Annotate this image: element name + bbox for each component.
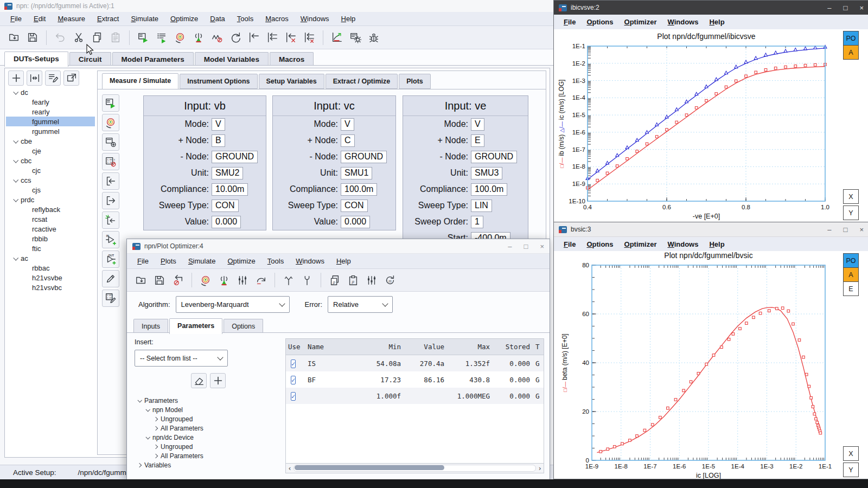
menu-item-windows[interactable]: Windows	[290, 256, 330, 266]
menu-item-simulate[interactable]: Simulate	[125, 14, 164, 24]
menu-item-file[interactable]: File	[4, 14, 28, 24]
field-mode[interactable]: V	[212, 118, 225, 131]
field-node[interactable]: B	[212, 134, 225, 147]
plot-button-a[interactable]: A	[843, 45, 859, 60]
field-sweep-type[interactable]: CON	[341, 200, 368, 212]
minimize-button[interactable]: –	[827, 226, 831, 234]
paste-p-icon[interactable]: p	[344, 272, 362, 289]
nums-edit-icon[interactable]: 1.9E32.1E6	[102, 290, 119, 307]
error-select[interactable]: Relative	[328, 296, 393, 313]
window-plus-icon[interactable]	[102, 133, 119, 151]
plot-button-po[interactable]: PO	[843, 253, 859, 268]
menu-item-simulate[interactable]: Simulate	[182, 256, 222, 266]
field-unit[interactable]: SMU3	[471, 167, 502, 179]
plot-button-a[interactable]: A	[843, 267, 859, 282]
menu-item-optimize[interactable]: Optimize	[164, 14, 204, 24]
target-icon[interactable]	[171, 29, 189, 46]
plot2-titlebar[interactable]: bvsic:3 –□×	[554, 222, 868, 237]
field-unit[interactable]: SMU1	[341, 167, 372, 179]
field-sweep-type[interactable]: LIN	[471, 200, 492, 212]
chevron-down-icon[interactable]	[13, 157, 18, 163]
tree-item-cjc[interactable]: cjc	[6, 165, 95, 175]
algorithm-select[interactable]: Levenberg-Marquardt	[176, 296, 290, 313]
menu-item-windows[interactable]: Windows	[295, 14, 335, 24]
tree-item-cjs[interactable]: cjs	[6, 185, 95, 195]
tree-item-h21vsvbc[interactable]: h21vsvbc	[6, 282, 95, 292]
tree-item-prdc[interactable]: prdc	[6, 195, 95, 204]
hand2x-icon[interactable]	[301, 29, 318, 46]
menu-item-windows[interactable]: Windows	[662, 17, 704, 27]
hand2-icon[interactable]	[264, 29, 281, 46]
field-compliance[interactable]: 100.0m	[341, 183, 377, 196]
close-button[interactable]: ×	[540, 242, 544, 251]
tree-item-fearly[interactable]: fearly	[6, 97, 95, 107]
menu-item-file[interactable]: File	[131, 256, 155, 266]
tree-item-npn-dc-device[interactable]: npn/dc Device	[135, 433, 278, 442]
fork-icon[interactable]	[280, 272, 297, 289]
save-icon[interactable]	[151, 272, 168, 289]
minimize-button[interactable]: –	[508, 242, 512, 251]
tree-item-rearly[interactable]: rearly	[6, 107, 95, 117]
chart-up-icon[interactable]	[328, 29, 346, 46]
field-node[interactable]: GROUND	[471, 151, 517, 163]
field-node[interactable]: C	[341, 134, 355, 147]
chevron-down-icon[interactable]	[13, 177, 18, 182]
plus-icon[interactable]	[8, 70, 24, 86]
pencil-icon[interactable]	[102, 270, 119, 287]
bug-icon[interactable]	[365, 29, 382, 46]
scrollbar-track[interactable]	[293, 465, 536, 472]
window-gear-icon[interactable]	[347, 29, 364, 46]
table-row-blank[interactable]: ✓1.000f1.000MEG0.000G	[286, 388, 544, 404]
chevron-down-icon[interactable]	[13, 138, 18, 143]
amp-in-icon[interactable]: IN	[102, 231, 119, 248]
tree-item-dc[interactable]: dc	[6, 87, 95, 97]
tuner-icon[interactable]	[363, 272, 380, 289]
column-header-min[interactable]: Min	[361, 343, 404, 351]
run-window-icon[interactable]	[102, 94, 119, 112]
tab-parameters[interactable]: Parameters	[169, 318, 222, 334]
scroll-right-icon[interactable]: ›	[536, 465, 544, 472]
plot-button-y[interactable]: Y	[843, 206, 859, 220]
tree-item-all-parameters[interactable]: All Parameters	[135, 423, 278, 433]
target-icon[interactable]	[102, 114, 119, 131]
tree-item-ccs[interactable]: ccs	[6, 175, 95, 185]
tab-model-parameters[interactable]: Model Parameters	[112, 52, 194, 66]
tab-model-variables[interactable]: Model Variables	[195, 52, 269, 66]
table-row-is[interactable]: ✓IS54.08a270.4a1.352f0.000G	[286, 355, 544, 371]
column-header-value[interactable]: Value	[404, 343, 448, 351]
loop-m-icon[interactable]: m	[381, 272, 399, 289]
minimize-button[interactable]: –	[827, 4, 831, 12]
menu-item-macros[interactable]: Macros	[259, 14, 295, 24]
menu-item-extract[interactable]: Extract	[91, 14, 125, 24]
open-icon[interactable]	[5, 29, 23, 46]
field-mode[interactable]: V	[471, 118, 484, 131]
chevron-down-icon[interactable]	[13, 255, 18, 260]
use-checkbox[interactable]: ✓	[291, 359, 296, 368]
field-node[interactable]: E	[471, 134, 484, 147]
menu-item-measure[interactable]: Measure	[52, 14, 91, 24]
column-header-stored[interactable]: Stored	[493, 343, 533, 351]
maximize-button[interactable]: □	[844, 4, 848, 12]
tree-item-rcsat[interactable]: rcsat	[6, 214, 95, 224]
edit-list-icon[interactable]	[45, 70, 61, 86]
hand1x-icon[interactable]	[282, 29, 299, 46]
tree-item-h21vsvbe[interactable]: h21vsvbe	[6, 273, 95, 282]
antenna-icon[interactable]	[190, 29, 207, 46]
tab-setup-variables[interactable]: Setup Variables	[259, 74, 324, 89]
chevron-down-icon[interactable]	[13, 196, 18, 202]
tree-item-fgummel[interactable]: fgummel	[6, 117, 95, 126]
tree-item-ungrouped[interactable]: Ungrouped	[135, 442, 278, 451]
plot-button-x[interactable]: X	[843, 446, 859, 461]
tree-item-cbe[interactable]: cbe	[6, 136, 95, 146]
tree-item-ungrouped[interactable]: Ungrouped	[135, 414, 278, 423]
close-button[interactable]: ×	[859, 4, 864, 12]
revert-off-icon[interactable]	[169, 272, 187, 289]
menu-item-data[interactable]: Data	[204, 14, 231, 24]
field-node[interactable]: GROUND	[212, 151, 258, 163]
plot-bvsic-chart[interactable]: Plot npn/dc/fgummel/bvsic0204060801E-91E…	[554, 251, 868, 479]
menu-item-help[interactable]: Help	[704, 17, 730, 27]
chevron-down-icon[interactable]	[137, 398, 142, 402]
wave-off-icon[interactable]	[208, 29, 226, 46]
plot-button-e[interactable]: E	[843, 281, 859, 296]
horizontal-scrollbar[interactable]: ‹ ›	[286, 463, 544, 473]
